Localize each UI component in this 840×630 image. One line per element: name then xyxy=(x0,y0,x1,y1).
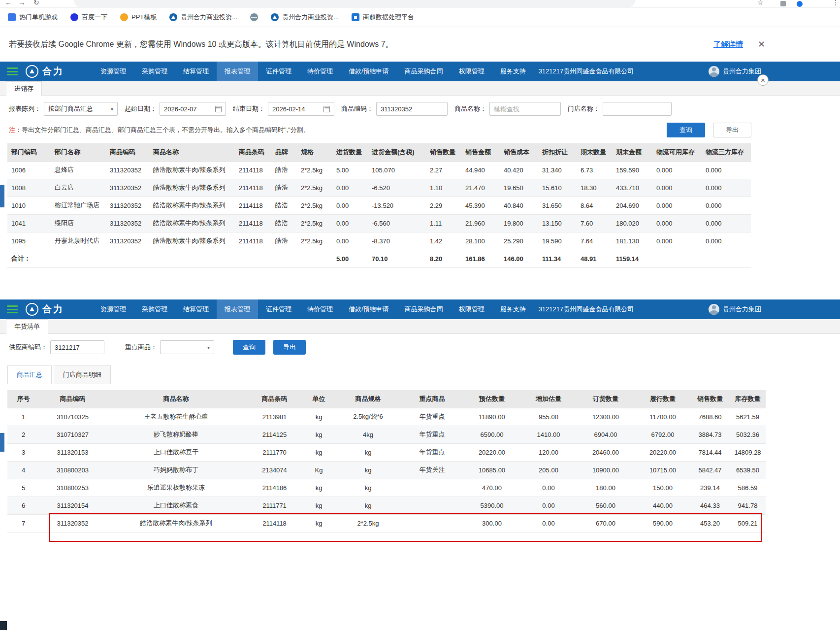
export-button[interactable]: 导出 xyxy=(273,340,306,355)
nav-item-9[interactable]: 服务支持 xyxy=(492,62,534,81)
nav-item-4[interactable]: 证件管理 xyxy=(258,62,299,81)
nav-item-0[interactable]: 资源管理 xyxy=(93,62,134,81)
table-cell: 44.940 xyxy=(461,161,500,179)
bookmark-4[interactable] xyxy=(250,13,258,21)
report-type-label: 报表陈列： xyxy=(9,104,41,113)
table-cell: 5621.59 xyxy=(730,408,766,426)
column-header: 增加估量 xyxy=(521,390,576,408)
key-product-select[interactable]: ▾ xyxy=(160,340,214,354)
table-cell: 311320352 xyxy=(106,161,149,179)
window-nianhuo: 合力 资源管理采购管理结算管理报表管理证件管理特价管理借款/预结申请商品采购合同… xyxy=(0,299,840,630)
table-row[interactable]: 6311320154上口佳散称素食2111771kgkg5390.000.005… xyxy=(7,497,766,514)
table-cell: kg xyxy=(335,479,401,497)
user-menu[interactable]: 贵州合力集团 xyxy=(709,66,761,77)
table-row[interactable]: 1006息烽店311320352皓浩散称素牛肉/辣条系列2114118皓浩2*2… xyxy=(7,161,751,179)
end-date-input[interactable]: 2026-02-14 xyxy=(268,102,334,116)
nav-item-1[interactable]: 采购管理 xyxy=(134,299,175,319)
sub-tab-1[interactable]: 门店商品明细 xyxy=(54,365,111,384)
query-button[interactable]: 查询 xyxy=(667,123,705,137)
nav-item-3[interactable]: 报表管理 xyxy=(217,62,258,81)
table-cell: 2113981 xyxy=(246,408,303,426)
table-row[interactable]: 1041绥阳店311320352皓浩散称素牛肉/辣条系列2114118皓浩2*2… xyxy=(7,214,751,232)
menu-icon[interactable] xyxy=(7,67,18,75)
company-name[interactable]: 3121217贵州同盛金食品有限公司 xyxy=(539,305,634,314)
table-cell: 皓浩散称素牛肉/辣条系列 xyxy=(149,161,235,179)
nav-item-2[interactable]: 结算管理 xyxy=(175,62,217,81)
nav-item-7[interactable]: 商品采购合同 xyxy=(397,62,451,81)
total-cell: 5.00 xyxy=(332,250,368,267)
bookmark-6[interactable]: 商超数据处理平台 xyxy=(352,13,414,22)
nav-item-2[interactable]: 结算管理 xyxy=(175,299,217,319)
notice-close-icon[interactable]: ✕ xyxy=(758,40,765,49)
table-cell: kg xyxy=(303,497,335,514)
sub-tab-0[interactable]: 商品汇总 xyxy=(7,365,52,384)
nav-item-8[interactable]: 权限管理 xyxy=(451,299,492,319)
back-icon[interactable]: ← xyxy=(5,0,12,6)
table-cell: 白云店 xyxy=(51,179,106,197)
table-cell: kg xyxy=(335,461,401,479)
table-cell: 7.60 xyxy=(577,214,612,232)
nav-item-5[interactable]: 特价管理 xyxy=(299,62,341,81)
table-row[interactable]: 1008白云店311320352皓浩散称素牛肉/辣条系列2114118皓浩2*2… xyxy=(7,179,751,197)
table-row[interactable]: 1310710325王老五散称花生酥心糖2113981kg2.5kg/袋*6年货… xyxy=(7,408,766,426)
table-cell: 40.420 xyxy=(500,161,538,179)
table-row[interactable]: 3311320153上口佳散称豆干2111770kgkg年货重点20220.00… xyxy=(7,443,766,461)
bookmark-5[interactable]: 贵州合力商业投资... xyxy=(271,13,339,22)
table-cell: 2114118 xyxy=(235,161,271,179)
supplier-code-input[interactable] xyxy=(50,340,104,354)
reload-icon[interactable]: ↻ xyxy=(33,0,39,6)
address-bar[interactable] xyxy=(74,0,635,7)
report-type-select[interactable]: 按部门商品汇总 ▾ xyxy=(44,102,118,116)
nav-item-8[interactable]: 权限管理 xyxy=(451,62,492,81)
table-cell: 205.00 xyxy=(521,461,576,479)
table-row[interactable]: 2310710327妙飞散称奶酪棒2114125kg4kg年货重点6590.00… xyxy=(7,426,766,443)
bookmark-1[interactable]: 百度一下 xyxy=(70,13,107,22)
heli-icon xyxy=(169,13,177,21)
nav-item-0[interactable]: 资源管理 xyxy=(93,299,134,319)
nav-item-3[interactable]: 报表管理 xyxy=(217,299,258,319)
browser-menu-icon[interactable]: ⋮ xyxy=(832,0,839,6)
column-header: 销售数量 xyxy=(690,390,730,408)
table-row[interactable]: 4310800203巧妈妈散称布丁2134074Kgkg年货关注10685.00… xyxy=(7,461,766,479)
bookmark-3[interactable]: 贵州合力商业投资... xyxy=(169,13,237,22)
bookmark-star-icon[interactable]: ☆ xyxy=(757,0,764,6)
product-name-input[interactable] xyxy=(489,102,561,116)
table-row[interactable]: 7311320352皓浩散称素牛肉/辣条系列2114118kg2*2.5kg30… xyxy=(7,514,766,532)
table-cell: 464.33 xyxy=(690,497,730,514)
table-cell: 10900.00 xyxy=(576,461,635,479)
table-row[interactable]: 1010榕江常驰广场店311320352皓浩散称素牛肉/辣条系列2114118皓… xyxy=(7,197,751,214)
bookmark-2[interactable]: PPT模板 xyxy=(120,13,157,22)
nav-item-7[interactable]: 商品采购合同 xyxy=(397,299,451,319)
total-cell xyxy=(149,250,235,267)
table-row[interactable]: 5310800253乐逍遥果板散称果冻2114186kgkg470.000.00… xyxy=(7,479,766,497)
learn-more-link[interactable]: 了解详情 xyxy=(713,40,743,49)
nav-item-1[interactable]: 采购管理 xyxy=(134,62,175,81)
nav-item-9[interactable]: 服务支持 xyxy=(492,299,534,319)
nav-item-6[interactable]: 借款/预结申请 xyxy=(341,299,397,319)
table-header-row: 序号商品编码商品名称商品条码单位商品规格重点商品预估数量增加估量订货数量履行数量… xyxy=(7,390,766,408)
store-name-input[interactable] xyxy=(603,102,672,116)
start-date-input[interactable]: 2026-02-07 xyxy=(160,102,226,116)
export-button[interactable]: 导出 xyxy=(713,123,751,137)
nav-item-6[interactable]: 借款/预结申请 xyxy=(341,62,397,81)
nav-item-5[interactable]: 特价管理 xyxy=(299,299,341,319)
extension-icon[interactable] xyxy=(780,1,786,6)
note-row: 注 ：导出文件分部门汇总、商品汇总、部门商品汇总三个表，不需分开导出。输入多个商… xyxy=(0,120,840,137)
column-header: 订货数量 xyxy=(576,390,635,408)
query-button[interactable]: 查询 xyxy=(233,340,265,355)
window-close-icon[interactable]: × xyxy=(757,74,769,86)
table-cell: 3 xyxy=(7,443,39,461)
table-row[interactable]: 1095丹寨龙泉时代店311320352皓浩散称素牛肉/辣条系列2114118皓… xyxy=(7,232,751,250)
nav-item-4[interactable]: 证件管理 xyxy=(258,299,299,319)
menu-icon[interactable] xyxy=(7,305,18,313)
table-cell: 310800203 xyxy=(39,461,106,479)
table-cell: 0.000 xyxy=(702,179,751,197)
forward-icon[interactable]: → xyxy=(19,0,26,6)
company-name[interactable]: 3121217贵州同盛金食品有限公司 xyxy=(539,67,634,76)
bookmark-0[interactable]: 热门单机游戏 xyxy=(8,13,58,22)
tab-nianhuo[interactable]: 年货清单 xyxy=(6,319,48,334)
tab-jinxiaocun[interactable]: 进销存 xyxy=(6,81,42,96)
profile-avatar[interactable] xyxy=(797,1,803,7)
user-menu[interactable]: 贵州合力集团 xyxy=(709,304,761,315)
product-code-input[interactable] xyxy=(376,102,448,116)
